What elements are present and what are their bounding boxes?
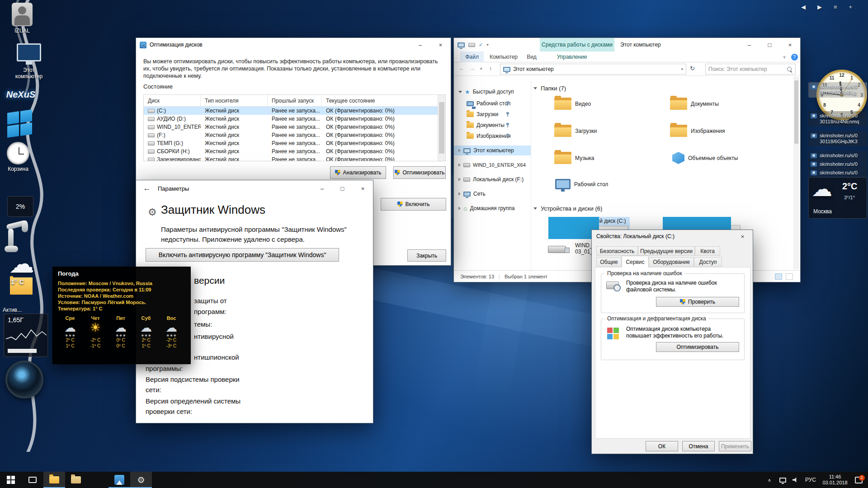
help-icon[interactable]: ? bbox=[790, 52, 798, 62]
taskbar-photos[interactable] bbox=[108, 472, 130, 488]
disk-row[interactable]: АУДИО (D:) Жесткий диск Ранее не запуска… bbox=[144, 115, 445, 123]
close-button[interactable]: × bbox=[732, 230, 753, 243]
content-scrollbar[interactable] bbox=[793, 77, 799, 269]
screenshot-link[interactable]: skrinshoter.ru/s/030118/OZ5ziBLg bbox=[808, 82, 867, 98]
tab-general[interactable]: Общие bbox=[596, 257, 622, 267]
taskbar-settings[interactable]: ⚙ bbox=[130, 472, 152, 488]
tray-clock[interactable]: 11:46 03.01.2018 bbox=[820, 472, 850, 488]
qat-drive-icon[interactable] bbox=[468, 43, 475, 47]
apply-button[interactable]: Применить bbox=[719, 441, 751, 451]
user-avatar[interactable]: IZUAL bbox=[11, 3, 33, 34]
nav-this-pc[interactable]: Этот компьютер bbox=[454, 145, 531, 155]
cpu-meter-gadget[interactable]: 2% bbox=[7, 196, 33, 217]
tray-expand-button[interactable]: ∧ bbox=[764, 472, 775, 488]
folder-tile-desktop[interactable]: Рабочий стол bbox=[554, 179, 608, 189]
folder-tile-documents[interactable]: Документы bbox=[670, 98, 719, 110]
network-traffic-gadget[interactable]: 1,65Г bbox=[4, 314, 48, 357]
tab-computer[interactable]: Компьютер bbox=[486, 52, 521, 62]
chevron-right-icon[interactable] bbox=[458, 178, 461, 181]
minimize-button[interactable]: – bbox=[739, 38, 760, 52]
tab-manage[interactable]: Управление bbox=[554, 52, 590, 62]
chevron-right-icon[interactable] bbox=[458, 192, 461, 196]
media-prev-icon[interactable]: ◀ bbox=[801, 4, 806, 10]
scrollbar-thumb[interactable] bbox=[794, 80, 798, 144]
disk-row[interactable]: ТЕМП (G:) Жесткий диск Ранее не запуска.… bbox=[144, 139, 445, 147]
optimize-button[interactable]: Оптимизировать bbox=[656, 342, 739, 352]
add-gadget-icon[interactable]: + bbox=[849, 4, 853, 10]
disk-row[interactable]: (F:) Жесткий диск Ранее не запуска... ОК… bbox=[144, 131, 445, 139]
qat-check-icon[interactable]: ✓ bbox=[479, 42, 483, 48]
drive-tile-d[interactable]: АУДИО (D:) bbox=[663, 217, 741, 230]
disk-row[interactable]: СБОРКИ (H:) Жесткий диск Ранее не запуск… bbox=[144, 147, 445, 155]
tab-quota[interactable]: Квота bbox=[695, 246, 720, 256]
view-icons-button[interactable] bbox=[786, 273, 793, 280]
column-header[interactable]: Прошлый запуск bbox=[268, 95, 322, 106]
camera-lens-gadget[interactable] bbox=[5, 361, 43, 399]
weather-cloud-gadget[interactable]: ☁ 1° C bbox=[1, 251, 42, 286]
properties-titlebar[interactable]: Свойства: Локальный диск (C:) × bbox=[592, 230, 753, 243]
tray-network[interactable] bbox=[777, 472, 788, 488]
tab-previous-versions[interactable]: Предыдущие версии bbox=[638, 246, 695, 256]
tab-hardware[interactable]: Оборудование bbox=[649, 257, 694, 267]
screenshot-link[interactable]: skrinshoter.ru/s/030118/oz4NEnmq bbox=[808, 111, 867, 127]
nav-wind10-drive[interactable]: WIND_10_ENTER_X64 bbox=[454, 160, 531, 170]
chevron-down-icon[interactable] bbox=[458, 91, 462, 93]
close-button[interactable]: × bbox=[780, 38, 800, 52]
menu-icon[interactable]: ≡ bbox=[834, 4, 837, 10]
back-button[interactable]: ← bbox=[136, 180, 158, 197]
analyze-button[interactable]: Анализировать bbox=[330, 166, 386, 179]
taskbar-explorer[interactable] bbox=[43, 472, 65, 488]
nav-network[interactable]: Сеть bbox=[454, 189, 531, 199]
ok-button[interactable]: ОК bbox=[646, 441, 678, 451]
desktop-icon-recycle[interactable]: Корзина bbox=[5, 142, 31, 172]
task-view-button[interactable] bbox=[22, 472, 43, 488]
address-dropdown-icon[interactable]: ▾ bbox=[681, 67, 683, 71]
drive-tools-tab[interactable]: Средства работы с дисками bbox=[540, 38, 614, 52]
nav-documents[interactable]: Документы bbox=[454, 120, 531, 130]
recent-dropdown-icon[interactable]: ▾ bbox=[480, 66, 482, 71]
folder-tile-video[interactable]: Видео bbox=[554, 98, 591, 110]
ribbon-collapse-icon[interactable]: ∨ bbox=[780, 52, 788, 62]
column-header[interactable]: Диск bbox=[144, 95, 201, 106]
tab-file[interactable]: Файл bbox=[460, 52, 484, 62]
desktop-icon-computer[interactable]: Этот компьютер bbox=[11, 43, 47, 80]
nav-homegroup[interactable]: ⌂ Домашняя группа bbox=[454, 203, 531, 213]
screenshot-link[interactable]: skrinshoter.ru/s/030118/6GHpJtK3 bbox=[808, 131, 867, 146]
view-details-button[interactable] bbox=[775, 273, 782, 280]
refresh-icon[interactable]: ↻ bbox=[690, 65, 695, 72]
maximize-button[interactable]: □ bbox=[332, 180, 353, 197]
disk-optimizer-titlebar[interactable]: Оптимизация дисков – × bbox=[136, 38, 451, 52]
desktop-icon-windows[interactable] bbox=[7, 111, 32, 136]
minimize-button[interactable]: – bbox=[410, 38, 430, 52]
tab-sharing[interactable]: Доступ bbox=[694, 257, 722, 267]
nav-downloads[interactable]: Загрузки bbox=[454, 109, 531, 119]
check-button[interactable]: Проверить bbox=[656, 297, 739, 307]
schedule-enable-button[interactable]: Включить bbox=[381, 198, 446, 211]
folder-tile-pictures[interactable]: Изображения bbox=[670, 125, 725, 137]
back-icon[interactable]: ← bbox=[458, 65, 464, 72]
weather-gadget[interactable]: ☁ 2°C 3°/1° Москва bbox=[808, 177, 867, 219]
maximize-button[interactable]: □ bbox=[760, 38, 780, 52]
search-input[interactable] bbox=[708, 66, 787, 72]
search-icon[interactable] bbox=[787, 66, 793, 72]
screenshot-link[interactable]: skrinshoter.ru/s/0 bbox=[808, 160, 867, 169]
close-button[interactable]: × bbox=[353, 180, 373, 197]
explorer-titlebar[interactable]: ✓ ▾ Средства работы с дисками Этот компь… bbox=[454, 38, 800, 52]
screenshot-link[interactable]: skrinshoter.ru/s/0 bbox=[808, 151, 867, 160]
cancel-button[interactable]: Отмена bbox=[682, 441, 715, 451]
table-scrollbar[interactable] bbox=[438, 95, 445, 161]
nav-desktop[interactable]: Рабочий стол bbox=[454, 99, 531, 108]
folders-group-header[interactable]: Папки (7) bbox=[533, 85, 566, 92]
column-header[interactable]: Тип носителя bbox=[201, 95, 268, 106]
tray-language[interactable]: РУС bbox=[802, 472, 819, 488]
settings-titlebar[interactable]: ← Параметры – □ × bbox=[136, 180, 373, 197]
tab-view[interactable]: Вид bbox=[523, 52, 541, 62]
enable-defender-button[interactable]: Включить антивирусную программу "Защитни… bbox=[146, 248, 339, 262]
chevron-right-icon[interactable] bbox=[458, 163, 461, 167]
chevron-right-icon[interactable] bbox=[458, 206, 461, 210]
tab-security[interactable]: Безопасность bbox=[596, 246, 638, 256]
devices-group-header[interactable]: Устройства и диски (6) bbox=[533, 205, 602, 212]
action-center-button[interactable]: 2 bbox=[851, 472, 866, 488]
disk-row[interactable]: (C:) Жесткий диск Ранее не запуска... ОК… bbox=[144, 107, 445, 115]
nav-pictures[interactable]: Изображения bbox=[454, 131, 531, 141]
